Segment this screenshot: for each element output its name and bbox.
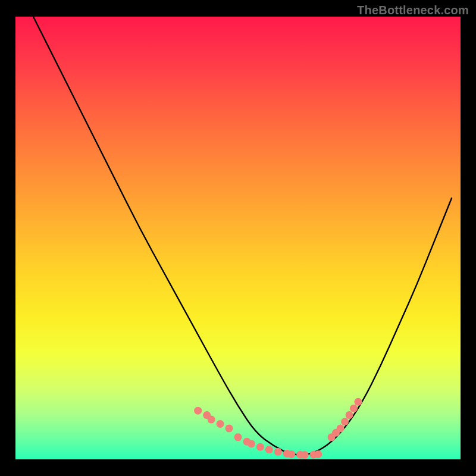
data-marker	[234, 433, 242, 441]
data-marker	[287, 450, 295, 458]
data-marker	[265, 446, 273, 453]
data-marker	[314, 450, 322, 458]
data-marker	[217, 420, 224, 428]
marker-layer	[194, 398, 362, 459]
data-marker	[354, 398, 362, 406]
curve-path	[33, 17, 452, 455]
data-marker	[301, 451, 309, 459]
data-marker	[274, 448, 282, 456]
data-marker	[350, 405, 358, 412]
watermark-text: TheBottleneck.com	[357, 4, 469, 17]
data-marker	[226, 424, 233, 432]
chart-frame: TheBottleneck.com	[0, 0, 476, 476]
data-marker	[256, 443, 264, 451]
plot-area	[15, 17, 461, 459]
data-marker	[194, 407, 202, 415]
data-marker	[208, 416, 215, 424]
data-marker	[248, 440, 255, 447]
bottleneck-curve	[33, 17, 452, 455]
data-marker	[337, 424, 345, 432]
chart-svg	[15, 17, 461, 459]
data-marker	[341, 418, 349, 425]
data-marker	[346, 411, 353, 419]
